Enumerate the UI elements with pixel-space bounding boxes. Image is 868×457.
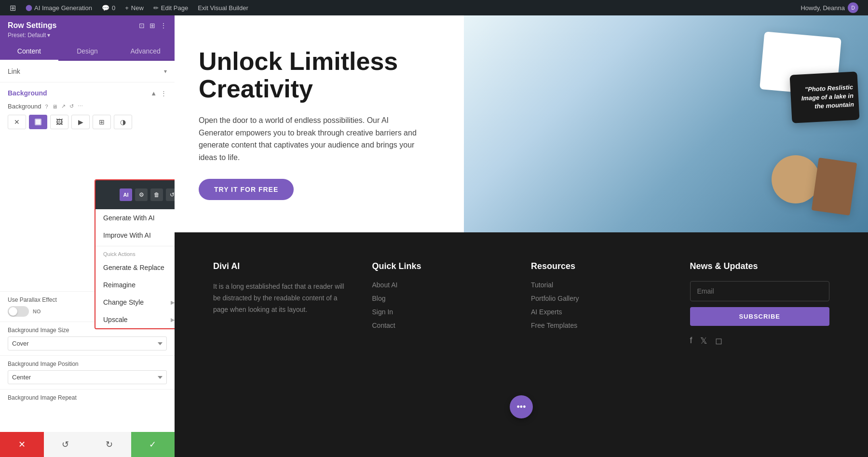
bg-cursor-icon[interactable]: ↗ — [61, 103, 66, 109]
background-section: Background ▲ ⋮ Background ? 🖥 ↗ ↺ ⋯ ✕ — [0, 82, 175, 142]
dropdown-border: AI ⚙ 🗑 ↺ Generate With AI Improve With A… — [95, 179, 175, 329]
hero-left: Unlock Limitless Creativity Open the doo… — [175, 15, 464, 232]
change-style-item[interactable]: Change Style ▶ — [95, 294, 175, 311]
bg-type-pattern[interactable]: ⊞ — [93, 115, 111, 129]
bg-more-icon[interactable]: ⋮ — [161, 90, 167, 97]
new-item[interactable]: + New — [120, 0, 149, 15]
bottom-toolbar: ✕ ↺ ↻ ✓ — [0, 432, 175, 457]
ai-preview-icon[interactable]: AI — [120, 188, 132, 201]
hero-item-2-text: "Photo Reslistic Image of a lake in the … — [795, 83, 854, 112]
footer-link-tutorial[interactable]: Tutorial — [531, 281, 671, 289]
link-section-title: Link — [8, 67, 20, 75]
pencil-icon: ✏ — [153, 4, 159, 12]
footer-divi-ai-text: It is a long established fact that a rea… — [213, 281, 353, 315]
generate-with-ai-label: Generate With AI — [103, 214, 155, 222]
gear-preview-icon[interactable]: ⚙ — [135, 188, 148, 201]
image-position-select[interactable]: Center — [8, 370, 167, 384]
footer-link-portfolio-gallery[interactable]: Portfolio Gallery — [531, 295, 671, 302]
reimagine-label: Reimagine — [103, 281, 136, 289]
layout-icon[interactable]: ⊞ — [149, 22, 155, 29]
bg-type-none[interactable]: ✕ — [8, 115, 26, 129]
reset-preview-icon[interactable]: ↺ — [166, 188, 175, 201]
footer-col-news: News & Updates SUBSCRIBE f 𝕏 ◻ — [690, 261, 830, 346]
toggle-knob — [9, 307, 17, 316]
tab-design[interactable]: Design — [58, 42, 117, 61]
image-size-select[interactable]: Cover — [8, 336, 167, 350]
upscale-item[interactable]: Upscale ▶ — [95, 311, 175, 328]
right-content: Unlock Limitless Creativity Open the doo… — [175, 15, 868, 457]
twitter-icon[interactable]: 𝕏 — [700, 336, 707, 346]
subscribe-button[interactable]: SUBSCRIBE — [690, 307, 830, 326]
bg-type-video[interactable]: ▶ — [71, 115, 90, 129]
generate-with-ai-item[interactable]: Generate With AI — [95, 209, 175, 227]
background-label-row: Background ? 🖥 ↗ ↺ ⋯ — [8, 103, 167, 110]
cancel-icon: ✕ — [18, 439, 26, 450]
fab-button[interactable]: ••• — [510, 395, 533, 418]
redo-button[interactable]: ↻ — [87, 432, 131, 457]
panel-body: Link ▾ Background ▲ ⋮ Background ? 🖥 — [0, 61, 175, 432]
generate-replace-item[interactable]: Generate & Replace — [95, 259, 175, 276]
ai-image-generation-item[interactable]: ⬤ AI Image Generation — [21, 0, 97, 15]
edit-page-item[interactable]: ✏ Edit Page — [149, 0, 193, 15]
footer-link-ai-experts[interactable]: AI Experts — [531, 308, 671, 316]
quick-actions-label: Quick Actions — [95, 248, 175, 259]
footer-link-about-ai[interactable]: About AI — [372, 281, 512, 289]
footer-link-contact[interactable]: Contact — [372, 322, 512, 329]
fullscreen-icon[interactable]: ⊡ — [139, 22, 145, 29]
footer-link-free-templates[interactable]: Free Templates — [531, 322, 671, 329]
bg-type-image[interactable]: 🖼 — [50, 115, 68, 129]
bg-type-color-icon — [34, 118, 42, 126]
background-section-header: Background ▲ ⋮ — [8, 89, 167, 97]
improve-with-ai-label: Improve With AI — [103, 231, 151, 239]
instagram-icon[interactable]: ◻ — [715, 336, 722, 346]
reimagine-item[interactable]: Reimagine — [95, 276, 175, 294]
footer-link-sign-in[interactable]: Sign In — [372, 308, 512, 316]
background-type-icons: ✕ 🖼 ▶ ⊞ ◑ — [8, 115, 167, 129]
bg-desktop-icon[interactable]: 🖥 — [52, 104, 57, 109]
footer-col-quick-links: Quick Links About AI Blog Sign In Contac… — [372, 261, 512, 346]
generate-replace-label: Generate & Replace — [103, 264, 164, 271]
footer-email-input[interactable] — [690, 281, 830, 301]
howdy-item[interactable]: Howdy, Deanna D — [796, 2, 863, 13]
exit-builder-item[interactable]: Exit Visual Builder — [193, 0, 253, 15]
save-button[interactable]: ✓ — [131, 432, 175, 457]
preset-chevron: ▾ — [47, 32, 50, 39]
bg-type-color[interactable] — [29, 115, 47, 129]
main-layout: Row Settings ⊡ ⊞ ⋮ Preset: Default ▾ Con… — [0, 15, 868, 457]
footer-link-blog[interactable]: Blog — [372, 295, 512, 302]
tab-content[interactable]: Content — [0, 42, 58, 61]
subscribe-label: SUBSCRIBE — [739, 313, 780, 320]
bg-help-icon[interactable]: ? — [45, 104, 48, 109]
dropdown-preview: AI ⚙ 🗑 ↺ — [95, 180, 175, 209]
hero-cta-button[interactable]: TRY IT FOR FREE — [199, 179, 294, 200]
more-icon[interactable]: ⋮ — [160, 22, 167, 29]
footer-divi-ai-title: Divi AI — [213, 261, 353, 271]
hero-title: Unlock Limitless Creativity — [199, 48, 440, 103]
change-style-label: Change Style — [103, 298, 144, 306]
wp-logo-icon: ⊞ — [10, 3, 16, 13]
tab-advanced[interactable]: Advanced — [116, 42, 175, 61]
comments-item[interactable]: 💬 0 — [97, 0, 120, 15]
wp-logo-item[interactable]: ⊞ — [5, 0, 21, 15]
bg-type-gradient[interactable]: ◑ — [114, 115, 132, 129]
panel-icons: ⊡ ⊞ ⋮ — [139, 22, 167, 29]
improve-with-ai-item[interactable]: Improve With AI — [95, 227, 175, 244]
parallax-toggle[interactable] — [8, 306, 29, 317]
background-section-title: Background — [8, 89, 47, 97]
panel-header-top: Row Settings ⊡ ⊞ ⋮ — [8, 21, 167, 30]
trash-preview-icon[interactable]: 🗑 — [150, 188, 163, 201]
svg-rect-1 — [36, 120, 41, 124]
facebook-icon[interactable]: f — [690, 336, 692, 346]
link-section-header[interactable]: Link ▾ — [8, 67, 167, 75]
cancel-button[interactable]: ✕ — [0, 432, 44, 457]
bg-chevron-up-icon[interactable]: ▲ — [150, 90, 157, 97]
upscale-arrow-icon: ▶ — [171, 317, 175, 323]
hero-item-4 — [812, 158, 857, 215]
panel-preset[interactable]: Preset: Default ▾ — [8, 32, 167, 39]
bg-reset-icon[interactable]: ↺ — [69, 103, 74, 109]
exit-builder-label: Exit Visual Builder — [198, 4, 248, 12]
bg-more2-icon[interactable]: ⋯ — [78, 103, 83, 109]
hero-description: Open the door to a world of endless poss… — [199, 114, 420, 163]
avatar: D — [848, 2, 858, 13]
undo-button[interactable]: ↺ — [44, 432, 88, 457]
